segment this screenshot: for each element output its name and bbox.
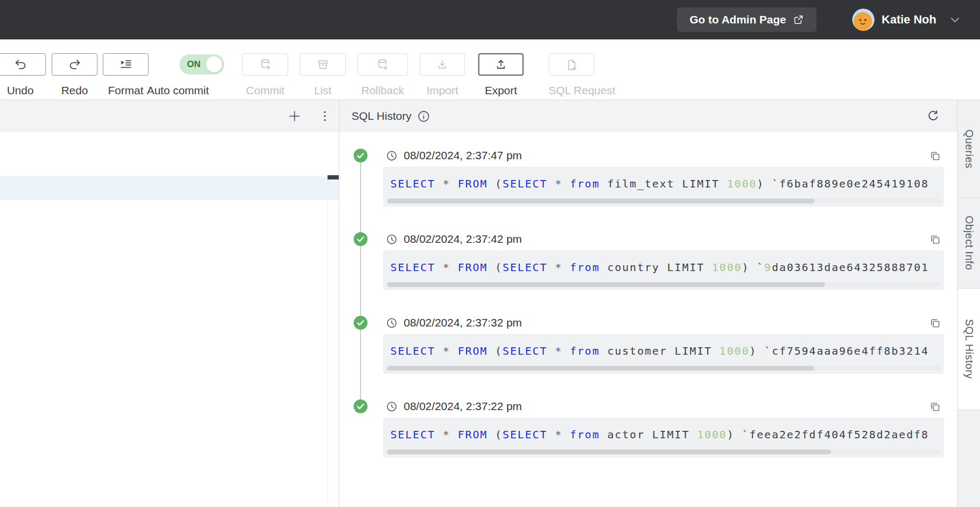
list-button [300, 53, 346, 76]
entry-timestamp: 08/02/2024, 2:37:32 pm [404, 316, 522, 329]
toolbar-label-export: Export [478, 84, 524, 97]
left-panel-header [0, 100, 339, 132]
toolbar: UndoRedoFormatONAuto commitCommitListRol… [0, 39, 980, 100]
query-scrollbar-thumb[interactable] [387, 366, 814, 371]
toolbar-item-rollback: Rollback [357, 39, 408, 100]
copy-icon[interactable] [929, 317, 941, 329]
topbar: Go to Admin Page Katie Noh [0, 0, 980, 39]
clock-icon [386, 233, 398, 246]
rollback-icon [375, 58, 390, 72]
query-scrollbar-track [386, 366, 941, 371]
toolbar-label-commit: Commit [242, 84, 288, 97]
query-text: SELECT * FROM (SELECT * from customer LI… [390, 345, 944, 357]
clock-icon [386, 400, 398, 413]
import-button [420, 53, 465, 76]
undo-icon [13, 58, 28, 72]
toolbar-item-redo: Redo [52, 39, 97, 100]
tab-sql-history[interactable]: SQL History [958, 289, 980, 410]
query-text: SELECT * FROM (SELECT * from country LIM… [390, 261, 944, 274]
sql-history-list: 08/02/2024, 2:37:47 pmSELECT * FROM (SEL… [339, 132, 957, 507]
query-scrollbar-track [386, 199, 941, 203]
external-link-icon [793, 14, 804, 25]
chevron-down-icon [948, 13, 962, 27]
toolbar-item-sql-request: SQL Request [549, 39, 594, 100]
format-icon [119, 58, 133, 72]
sql-history-header: SQL History [339, 100, 957, 132]
redo-button[interactable] [52, 53, 97, 76]
user-name: Katie Noh [881, 13, 936, 27]
clock-icon [386, 317, 398, 329]
tab-label: SQL History [963, 319, 975, 379]
entry-timestamp: 08/02/2024, 2:37:47 pm [404, 149, 522, 162]
toolbar-item-commit: Commit [242, 39, 288, 100]
toolbar-label-sql-request: SQL Request [549, 84, 594, 97]
left-panel-scrollbar-thumb[interactable] [328, 175, 339, 179]
tab-label: Object Info [963, 216, 975, 270]
query-box[interactable]: SELECT * FROM (SELECT * from actor LIMIT… [383, 418, 944, 457]
left-panel [0, 100, 339, 507]
commit-button [242, 53, 288, 76]
entry-timestamp: 08/02/2024, 2:37:22 pm [404, 400, 522, 413]
query-text: SELECT * FROM (SELECT * from actor LIMIT… [390, 428, 944, 441]
toolbar-label-redo: Redo [52, 84, 97, 97]
go-to-admin-page-button[interactable]: Go to Admin Page [677, 7, 816, 32]
user-menu[interactable]: Katie Noh [852, 0, 962, 39]
copy-icon[interactable] [929, 150, 941, 162]
query-scrollbar-track [386, 449, 941, 454]
selected-row[interactable] [0, 176, 339, 200]
export-icon [494, 58, 508, 72]
add-tab-icon[interactable] [287, 109, 302, 124]
entry-timestamp: 08/02/2024, 2:37:42 pm [404, 233, 522, 246]
kebab-menu-icon[interactable] [317, 109, 332, 124]
toolbar-label-auto-commit: Auto commit [142, 84, 214, 97]
query-box[interactable]: SELECT * FROM (SELECT * from film_text L… [383, 167, 944, 207]
success-check-icon [353, 315, 368, 330]
import-icon [435, 58, 450, 72]
query-text: SELECT * FROM (SELECT * from film_text L… [390, 177, 944, 190]
app-screen: Go to Admin Page Katie Noh [0, 0, 980, 507]
copy-icon[interactable] [929, 401, 941, 413]
success-check-icon [353, 399, 368, 414]
toolbar-label-rollback: Rollback [357, 84, 408, 97]
info-icon[interactable] [417, 110, 430, 123]
sql-history-panel: SQL History 08/02/2024, 2:37:47 pmSELECT… [339, 100, 957, 507]
toolbar-item-export: Export [478, 39, 524, 100]
sql-history-entry: 08/02/2024, 2:37:22 pmSELECT * FROM (SEL… [339, 383, 957, 467]
left-panel-scrollbar-track [328, 175, 328, 507]
rollback-button [357, 53, 408, 76]
query-scrollbar-track [386, 282, 941, 287]
refresh-icon[interactable] [926, 109, 940, 123]
sql-history-entry: 08/02/2024, 2:37:47 pmSELECT * FROM (SEL… [339, 132, 957, 216]
toolbar-label-undo: Undo [0, 84, 46, 97]
toggle-knob[interactable] [206, 56, 222, 72]
query-scrollbar-thumb[interactable] [387, 282, 825, 287]
success-check-icon [353, 232, 368, 247]
sql-request-button [549, 53, 594, 76]
clock-icon [386, 150, 398, 162]
sql-history-entry: 08/02/2024, 2:37:32 pmSELECT * FROM (SEL… [339, 299, 957, 383]
list-icon [316, 58, 330, 72]
success-check-icon [353, 148, 368, 163]
query-scrollbar-thumb[interactable] [387, 199, 814, 203]
auto-commit-toggle[interactable]: ON [179, 54, 224, 75]
toolbar-label-list: List [300, 84, 346, 97]
admin-button-label: Go to Admin Page [690, 13, 786, 26]
sql-history-entry: 08/02/2024, 2:37:42 pmSELECT * FROM (SEL… [339, 216, 957, 299]
query-box[interactable]: SELECT * FROM (SELECT * from country LIM… [383, 250, 944, 290]
query-box[interactable]: SELECT * FROM (SELECT * from customer LI… [383, 334, 944, 374]
right-tab-strip: QueriesObject InfoSQL History [957, 100, 980, 507]
undo-button[interactable] [0, 53, 46, 76]
copy-icon[interactable] [929, 234, 941, 246]
toolbar-item-import: Import [420, 39, 465, 100]
sql-request-icon [565, 58, 579, 72]
commit-icon [258, 58, 273, 72]
tab-queries[interactable]: Queries [958, 100, 980, 198]
tab-object-info[interactable]: Object Info [958, 198, 980, 289]
user-avatar [852, 9, 875, 31]
tab-label: Queries [963, 129, 975, 169]
toolbar-label-import: Import [420, 84, 465, 97]
toolbar-item-auto-commit: ONAuto commit [142, 39, 214, 100]
toolbar-item-undo: Undo [0, 39, 46, 100]
query-scrollbar-thumb[interactable] [387, 449, 831, 454]
export-button[interactable] [478, 53, 524, 76]
